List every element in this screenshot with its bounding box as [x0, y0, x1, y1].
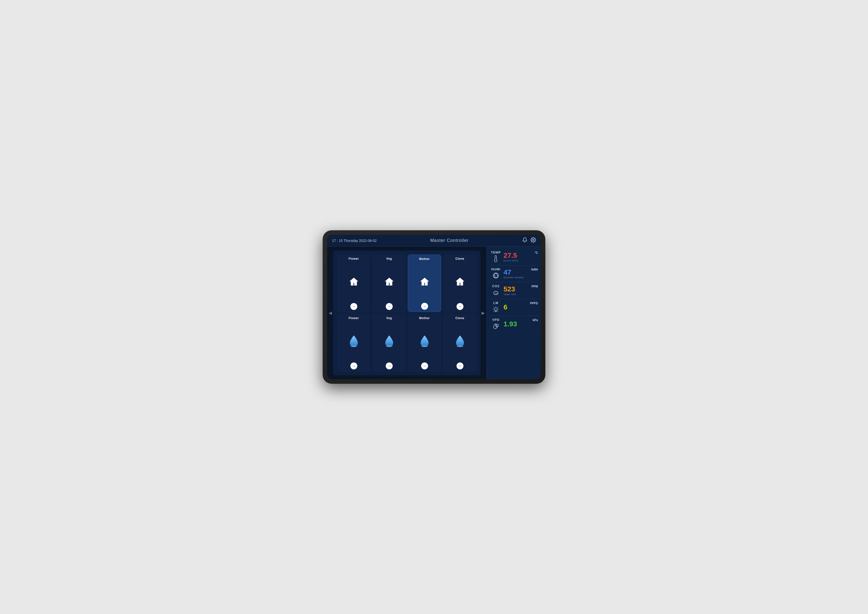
enter-btn-clone-bot[interactable]: → — [457, 362, 463, 369]
sensor-vpd-value: 1.93 — [504, 320, 517, 328]
sensor-vpd-unit: kPa — [533, 319, 538, 322]
sensor-humi-label: HUMI — [491, 267, 500, 271]
svg-point-3 — [421, 346, 428, 347]
water-icon-veg-bot — [384, 320, 394, 362]
sensor-vpd-label: VPD — [492, 318, 499, 322]
enter-btn-mother-bot[interactable]: → — [421, 362, 428, 369]
room-label-mother-bot: Mother — [419, 316, 430, 320]
house-icon-mother-top — [419, 261, 430, 303]
room-label-clone-top: Clone — [456, 257, 465, 260]
room-card-veg-top[interactable]: Veg → — [372, 255, 406, 312]
enter-btn-mother-top[interactable]: → — [421, 303, 428, 310]
sensor-vpd-middle: 1.93 — [504, 320, 531, 328]
sensor-co2-row: CO2 CO₂ 523 Target: 1300 PPM — [490, 282, 538, 299]
room-card-veg-bot[interactable]: Veg — [372, 314, 406, 372]
enter-btn-flower-top[interactable]: → — [350, 303, 357, 310]
thermometer-icon — [492, 255, 499, 263]
header-datetime: 17 : 15 Thursday 2022-06-02 — [332, 239, 377, 242]
header-title: Master Controller — [430, 238, 469, 243]
tablet-screen: 17 : 15 Thursday 2022-06-02 Master Contr… — [327, 235, 541, 379]
sensor-humi-value: 47 — [504, 269, 511, 276]
enter-btn-veg-bot[interactable]: → — [386, 362, 393, 369]
light-icon — [492, 306, 499, 314]
nav-arrow-left[interactable]: ◀ — [329, 310, 332, 316]
enter-btn-veg-top[interactable]: → — [386, 303, 393, 310]
header-bar: 17 : 15 Thursday 2022-06-02 Master Contr… — [327, 235, 541, 247]
water-icon-flower-bot — [349, 320, 359, 362]
room-label-veg-bot: Veg — [386, 316, 392, 320]
sensor-lm-value: 6 — [504, 304, 507, 311]
enter-btn-clone-top[interactable]: → — [457, 303, 463, 310]
co2-icon: CO₂ — [492, 289, 499, 297]
room-label-mother-top: Mother — [419, 257, 430, 261]
room-grid: Flower → Veg — [333, 250, 480, 375]
room-card-mother-bot[interactable]: Mother — [408, 314, 441, 372]
svg-text:%: % — [494, 275, 496, 277]
vpd-icon: % — [492, 323, 499, 331]
sensor-humi-sub: (30.0%RH~90%RH) — [504, 276, 524, 279]
sensor-temp-row: TEMP 27.5 (15.0°C~28°C) °C — [490, 249, 538, 266]
room-label-flower-bot: Flower — [349, 316, 359, 320]
sensor-temp-label: TEMP — [491, 250, 501, 254]
sensor-lm-unit: PPFD — [530, 302, 538, 305]
sensor-temp-middle: 27.5 (15.0°C~28°C) — [504, 252, 533, 262]
room-label-flower-top: Flower — [349, 257, 359, 260]
sensor-panel: TEMP 27.5 (15.0°C~28°C) °C — [487, 247, 541, 379]
room-card-clone-bot[interactable]: Clone — [443, 314, 477, 372]
sensor-temp-left: TEMP — [490, 250, 502, 263]
svg-point-2 — [386, 346, 393, 347]
sensor-vpd-row: VPD % 1.93 kPa — [490, 316, 538, 333]
room-card-flower-bot[interactable]: Flower — [337, 314, 370, 372]
sensor-lm-row: LM 6 PPFD — [490, 299, 538, 316]
sensor-lm-middle: 6 — [504, 304, 529, 311]
humidity-icon: % — [492, 272, 499, 280]
sensor-temp-value: 27.5 — [504, 252, 517, 259]
sensor-temp-sub: (15.0°C~28°C) — [504, 260, 518, 262]
sensor-temp-unit: °C — [535, 251, 538, 255]
svg-point-9 — [494, 308, 498, 311]
room-label-veg-top: Veg — [386, 257, 392, 260]
sensor-humi-unit: %RH — [531, 268, 538, 271]
svg-point-1 — [350, 346, 357, 347]
room-card-mother-top[interactable]: Mother → — [408, 255, 441, 312]
sensor-vpd-left: VPD % — [490, 318, 502, 331]
sensor-humi-row: HUMI % 47 (30.0%RH~90%RH) % — [490, 266, 538, 282]
sensor-co2-left: CO2 CO₂ — [490, 284, 502, 297]
house-icon-flower-top — [349, 260, 359, 303]
settings-icon[interactable] — [530, 237, 536, 244]
main-content: ◀ Flower → — [327, 247, 541, 379]
bell-icon[interactable] — [522, 237, 527, 244]
svg-text:CO₂: CO₂ — [495, 293, 498, 294]
left-panel: ◀ Flower → — [327, 247, 487, 379]
sensor-humi-middle: 47 (30.0%RH~90%RH) — [504, 269, 530, 279]
water-icon-mother-bot — [420, 320, 429, 362]
nav-arrow-right[interactable]: ▶ — [482, 310, 485, 316]
svg-point-4 — [457, 346, 463, 347]
sensor-co2-value: 523 — [504, 286, 515, 293]
sensor-co2-middle: 523 Target: 1300 — [504, 286, 530, 295]
room-card-flower-top[interactable]: Flower → — [337, 255, 370, 312]
house-icon-veg-top — [384, 260, 395, 303]
sensor-co2-label: CO2 — [492, 284, 499, 288]
sensor-co2-sub: Target: 1300 — [504, 293, 516, 295]
house-icon-clone-top — [454, 260, 465, 303]
svg-text:%: % — [496, 325, 498, 326]
sensor-co2-unit: PPM — [532, 285, 538, 288]
room-label-clone-bot: Clone — [456, 316, 465, 320]
enter-btn-flower-bot[interactable]: → — [350, 362, 357, 369]
sensor-lm-label: LM — [493, 301, 499, 305]
room-card-clone-top[interactable]: Clone → — [443, 255, 477, 312]
svg-point-0 — [532, 239, 534, 241]
sensor-humi-left: HUMI % — [490, 267, 502, 280]
water-icon-clone-bot — [455, 320, 465, 362]
tablet-device: 17 : 15 Thursday 2022-06-02 Master Contr… — [322, 230, 546, 384]
header-icons — [522, 237, 536, 244]
sensor-lm-left: LM — [490, 301, 502, 314]
